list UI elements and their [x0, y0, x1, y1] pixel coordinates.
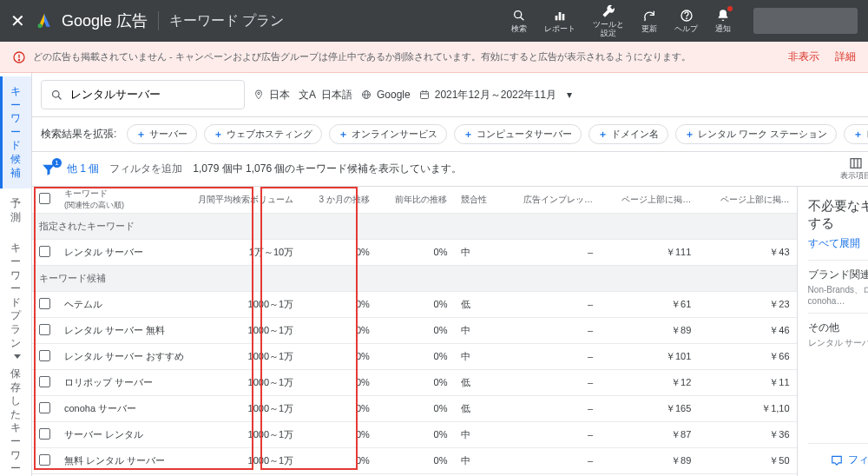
broaden-chip[interactable]: ＋ドメイン名 — [589, 124, 668, 144]
plus-icon: ＋ — [339, 128, 348, 141]
top-tool-search[interactable]: 検索 — [511, 8, 527, 34]
col-yoy[interactable]: 前年比の推移 — [377, 187, 455, 213]
cell-bid-low: ￥12 — [600, 369, 698, 395]
row-checkbox[interactable] — [39, 428, 50, 440]
cell-bid-low: ￥89 — [600, 317, 698, 343]
feedback-icon — [831, 454, 843, 466]
table-row[interactable]: ヘテムル1000～1万0%0%低–￥61￥23 — [32, 291, 797, 317]
keyword-table: キーワード (関連性の高い順) 月間平均検索ボリューム 3 か月の推移 前年比の… — [32, 187, 797, 474]
language-selector[interactable]: 文A 日本語 — [299, 88, 352, 102]
broaden-chip[interactable]: ＋レンタル ネット ブック — [844, 124, 868, 144]
account-switcher[interactable] — [753, 8, 858, 34]
wrench-icon — [601, 3, 616, 19]
more-filters-link[interactable]: 他 1 個 — [67, 162, 99, 176]
cell-yoy: 0% — [377, 447, 455, 473]
broaden-label: 検索結果を拡張: — [41, 127, 116, 142]
top-tool-tools[interactable]: ツールと 設定 — [593, 3, 624, 38]
row-checkbox[interactable] — [39, 324, 50, 335]
search-icon — [50, 89, 63, 102]
cell-bid-high: ￥23 — [698, 291, 796, 317]
cell-3month: 0% — [300, 447, 377, 473]
section-header: キーワード候補 — [32, 265, 797, 291]
cell-impressions: – — [502, 291, 600, 317]
svg-rect-21 — [851, 159, 861, 169]
expand-all-link[interactable]: すべて展開 — [808, 236, 868, 251]
plus-icon: ＋ — [598, 128, 608, 141]
alert-details-link[interactable]: 詳細 — [835, 50, 856, 64]
nav-forecast[interactable]: 予測 — [0, 188, 31, 233]
location-selector[interactable]: 日本 — [253, 88, 290, 102]
cell-yoy: 0% — [377, 343, 455, 369]
cell-3month: 0% — [300, 395, 377, 421]
add-filter-link[interactable]: フィルタを追加 — [109, 162, 182, 176]
columns-button[interactable]: 表示項目 — [840, 156, 868, 182]
filter-icon[interactable]: 1 — [41, 162, 56, 177]
col-keyword[interactable]: キーワード — [64, 188, 184, 200]
select-all-checkbox[interactable] — [39, 193, 50, 204]
col-volume[interactable]: 月間平均検索ボリューム — [191, 187, 300, 213]
accordion-other[interactable]: その他⌄ レンタル サーバー — [808, 313, 868, 356]
broaden-chip[interactable]: ＋コンピュータサーバー — [454, 124, 582, 144]
date-range-selector[interactable]: 2021年12月～2022年11月 ▾ — [419, 88, 572, 102]
col-top-high[interactable]: ページ上部に掲… — [698, 187, 796, 213]
col-top-low[interactable]: ページ上部に掲… — [600, 187, 698, 213]
accordion-brand[interactable]: ブランド関連またはそれ以外⌄ Non-Brands、ロリポップ、xserver、… — [808, 260, 868, 313]
cell-competition: 中 — [454, 343, 501, 369]
svg-rect-4 — [559, 12, 562, 20]
nav-keyword-plan[interactable]: キーワード プラン — [0, 233, 31, 359]
row-checkbox[interactable] — [39, 402, 50, 413]
keyword-search-box[interactable] — [41, 80, 245, 109]
cell-3month: 0% — [300, 369, 377, 395]
row-checkbox[interactable] — [39, 376, 50, 387]
plus-icon: ＋ — [214, 128, 223, 141]
row-checkbox[interactable] — [39, 246, 50, 257]
cell-bid-low: ￥61 — [600, 291, 698, 317]
row-checkbox[interactable] — [39, 350, 50, 361]
warning-icon — [12, 50, 26, 64]
table-row[interactable]: レンタル サーバー 無料1000～1万0%0%中–￥89￥46 — [32, 317, 797, 343]
table-row[interactable]: レンタル サーバー おすすめ1000～1万0%0%中–￥101￥66 — [32, 343, 797, 369]
top-tool-refresh[interactable]: 更新 — [641, 8, 657, 34]
nav-saved-keywords[interactable]: 保存したキーワード — [0, 359, 31, 476]
nav-keyword-candidates[interactable]: キーワード候補 — [0, 76, 31, 188]
cell-3month: 0% — [300, 343, 377, 369]
alert-hide-link[interactable]: 非表示 — [788, 50, 819, 64]
table-row[interactable]: ロリポップ サーバー1000～1万0%0%低–￥12￥11 — [32, 369, 797, 395]
top-tool-notifications[interactable]: 通知 — [715, 8, 731, 34]
cell-impressions: – — [502, 317, 600, 343]
feedback-link[interactable]: フィードバックを送信 — [808, 443, 868, 476]
cell-bid-low: ￥165 — [600, 395, 698, 421]
cell-volume: 1000～1万 — [191, 291, 300, 317]
broaden-chip[interactable]: ＋レンタル ワーク ステーション — [675, 124, 837, 144]
table-row[interactable]: レンタル サーバー1万～10万0%0%中–￥111￥43 — [32, 239, 797, 265]
col-competition[interactable]: 競合性 — [454, 187, 501, 213]
cell-bid-high: ￥36 — [698, 421, 796, 447]
cell-impressions: – — [502, 343, 600, 369]
network-selector[interactable]: Google — [361, 89, 411, 101]
refine-title: 不必要なキーワードを除外する — [808, 197, 868, 231]
brand-name: Google 広告 — [62, 10, 148, 31]
top-tool-reports[interactable]: レポート — [544, 8, 575, 34]
table-row[interactable]: conoha サーバー1000～1万0%0%低–￥165￥1,10 — [32, 395, 797, 421]
keyword-search-input[interactable] — [70, 89, 235, 102]
chart-icon — [552, 8, 568, 23]
broaden-chip[interactable]: ＋サーバー — [127, 124, 197, 144]
plus-icon: ＋ — [464, 128, 473, 141]
row-checkbox[interactable] — [39, 454, 50, 466]
cell-volume: 1000～1万 — [191, 395, 300, 421]
cell-competition: 中 — [454, 317, 501, 343]
table-row[interactable]: サーバー レンタル1000～1万0%0%中–￥87￥36 — [32, 421, 797, 447]
col-impressions[interactable]: 広告インプレッ… — [502, 187, 600, 213]
cell-keyword: ロリポップ サーバー — [57, 369, 191, 395]
broaden-chip[interactable]: ＋オンラインサービス — [329, 124, 447, 144]
cell-competition: 低 — [454, 369, 501, 395]
close-icon[interactable]: ✕ — [10, 10, 25, 31]
top-tool-help[interactable]: ヘルプ — [674, 8, 698, 34]
broaden-chip[interactable]: ＋ウェブホスティング — [204, 124, 322, 144]
col-keyword-sub: (関連性の高い順) — [64, 200, 184, 211]
row-checkbox[interactable] — [39, 298, 50, 309]
plus-icon: ＋ — [136, 128, 146, 141]
col-3month[interactable]: 3 か月の推移 — [300, 187, 377, 213]
table-row[interactable]: 無料 レンタル サーバー1000～1万0%0%中–￥89￥50 — [32, 447, 797, 473]
cell-impressions: – — [502, 421, 600, 447]
